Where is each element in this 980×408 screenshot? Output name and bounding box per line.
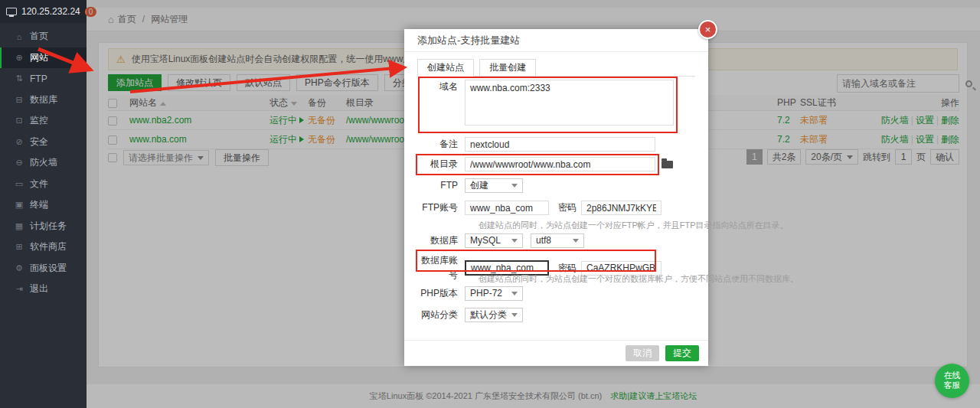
sidebar-item-security[interactable]: ⊘安全: [0, 132, 87, 153]
sidebar-item-ftp[interactable]: ⇅FTP: [0, 68, 87, 90]
sidebar-item-terminal[interactable]: ▣终端: [0, 194, 87, 216]
chevron-down-icon: [511, 239, 518, 243]
ftp-label: FTP: [417, 178, 465, 193]
gear-icon: ⚙: [14, 263, 24, 273]
domain-textarea[interactable]: www.nba.com:2333: [465, 80, 674, 126]
folder-picker-icon[interactable]: [662, 161, 673, 168]
db-password-label: 密码: [558, 262, 577, 275]
home-icon: ⌂: [14, 32, 24, 41]
server-ip-bar[interactable]: 120.25.232.24 0: [0, 0, 87, 23]
ftp-help-text: 创建站点的同时，为站点创建一个对应FTP帐户，并且FTP目录指向站点所在目录。: [479, 220, 789, 231]
sidebar-item-cron[interactable]: ▦计划任务: [0, 216, 87, 237]
php-version-label: PHP版本: [417, 286, 465, 301]
folder-icon: ▭: [14, 179, 24, 189]
domain-row: 域名 www.nba.com:2333: [417, 80, 674, 126]
php-version-dropdown[interactable]: PHP-72: [465, 286, 523, 301]
sidebar-item-appstore[interactable]: ⊞软件商店: [0, 237, 87, 258]
modal-footer: 取消 提交: [404, 340, 708, 366]
database-row: 数据库 MySQL utf8: [417, 233, 584, 248]
sidebar-item-monitor[interactable]: ⊡监控: [0, 110, 87, 132]
ftp-password-input[interactable]: [581, 201, 662, 215]
sidebar-item-files[interactable]: ▭文件: [0, 174, 87, 195]
site-category-label: 网站分类: [417, 308, 465, 322]
ftp-row: FTP 创建: [417, 178, 523, 193]
shield-icon: ⊘: [14, 137, 24, 147]
add-site-modal: × 添加站点-支持批量建站 创建站点 批量创建 域名 www.nba.com:2…: [404, 29, 708, 366]
tab-create-site[interactable]: 创建站点: [417, 59, 474, 77]
server-ip: 120.25.232.24: [21, 6, 80, 17]
cancel-button[interactable]: 取消: [626, 345, 659, 361]
remark-label: 备注: [417, 137, 465, 152]
grid-icon: ⊞: [14, 242, 24, 252]
db-user-label: 数据库账号: [417, 253, 465, 282]
db-type-dropdown[interactable]: MySQL: [465, 233, 523, 248]
terminal-icon: ▣: [14, 200, 24, 210]
sidebar-item-database[interactable]: ⊟数据库: [0, 90, 87, 111]
ftp-user-label: FTP账号: [417, 201, 465, 215]
sidebar-item-website[interactable]: ⊕网站: [0, 47, 87, 69]
modal-title: 添加站点-支持批量建站: [404, 29, 708, 52]
chevron-down-icon: [511, 292, 518, 295]
sidebar-item-logout[interactable]: ⇥退出: [0, 279, 87, 300]
domain-label: 域名: [417, 80, 465, 94]
db-label: 数据库: [417, 233, 465, 248]
php-version-row: PHP版本 PHP-72: [417, 286, 523, 301]
monitor-chart-icon: ⊡: [14, 116, 24, 126]
firewall-icon: ⊖: [14, 158, 24, 168]
modal-tabs: 创建站点 批量创建: [417, 59, 695, 77]
ftp-user-input[interactable]: [465, 201, 549, 215]
sidebar-item-home[interactable]: ⌂首页: [0, 26, 87, 47]
db-help-text: 创建站点的同时，为站点创建一个对应的数据库帐户，方便不同站点使用不同数据库。: [479, 273, 799, 285]
site-category-dropdown[interactable]: 默认分类: [465, 308, 523, 322]
rootdir-input[interactable]: [465, 157, 655, 171]
ftp-password-label: 密码: [558, 201, 577, 214]
chevron-down-icon: [511, 184, 518, 188]
site-category-row: 网站分类 默认分类: [417, 308, 523, 322]
close-icon[interactable]: ×: [698, 20, 717, 39]
db-charset-dropdown[interactable]: utf8: [531, 233, 584, 248]
tab-batch-create[interactable]: 批量创建: [479, 59, 536, 77]
rootdir-label: 根目录: [417, 157, 465, 171]
remark-input[interactable]: [465, 137, 655, 152]
monitor-icon: [6, 8, 17, 15]
chevron-down-icon: [511, 313, 518, 317]
remark-row: 备注: [417, 137, 655, 152]
database-icon: ⊟: [14, 95, 24, 105]
chevron-down-icon: [573, 239, 579, 243]
calendar-icon: ▦: [14, 221, 24, 231]
sidebar: 120.25.232.24 0 ⌂首页 ⊕网站 ⇅FTP ⊟数据库 ⊡监控 ⊘安…: [0, 0, 87, 408]
submit-button[interactable]: 提交: [665, 345, 699, 361]
ftp-dropdown[interactable]: 创建: [465, 178, 523, 193]
sidebar-menu: ⌂首页 ⊕网站 ⇅FTP ⊟数据库 ⊡监控 ⊘安全 ⊖防火墙 ▭文件 ▣终端 ▦…: [0, 23, 87, 300]
ftp-icon: ⇅: [14, 73, 24, 83]
sidebar-item-firewall[interactable]: ⊖防火墙: [0, 152, 87, 174]
ftp-account-row: FTP账号 密码: [417, 201, 662, 215]
sidebar-item-panel-settings[interactable]: ⚙面板设置: [0, 258, 87, 279]
globe-icon: ⊕: [14, 53, 24, 63]
logout-icon: ⇥: [14, 284, 24, 294]
online-service-button[interactable]: 在线 客服: [935, 364, 969, 398]
rootdir-row: 根目录: [417, 157, 673, 171]
